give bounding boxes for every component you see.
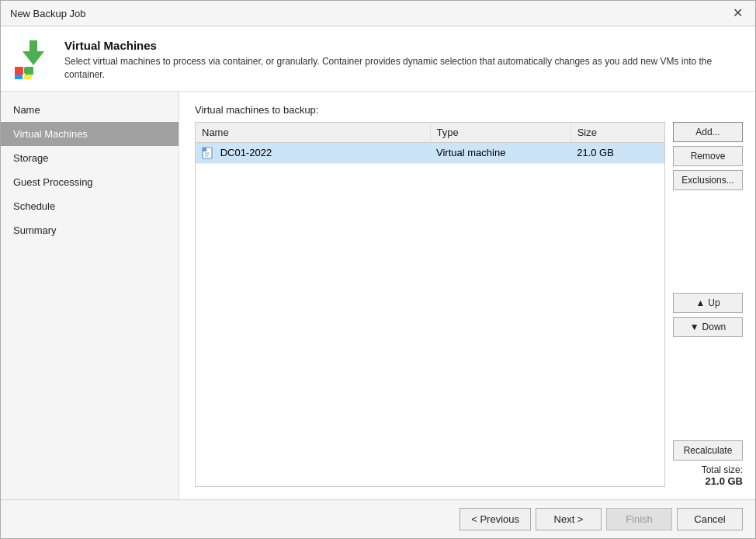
svg-rect-7 <box>15 75 23 79</box>
vm-name-cell: DC01-2022 <box>196 142 430 164</box>
vm-name: DC01-2022 <box>220 147 272 158</box>
col-header-size: Size <box>570 123 664 143</box>
sidebar-item-schedule[interactable]: Schedule <box>1 194 179 218</box>
main-content: Virtual machines to backup: Name Type Si… <box>179 92 755 499</box>
header: Virtual Machines Select virtual machines… <box>1 26 755 92</box>
remove-button[interactable]: Remove <box>673 146 743 166</box>
up-arrow-icon: ▲ <box>695 297 705 308</box>
side-buttons: Add... Remove Exclusions... ▲ Up ▼ Down … <box>673 122 743 487</box>
vm-table-area: Name Type Size <box>195 122 665 487</box>
header-title: Virtual Machines <box>64 39 743 52</box>
col-header-name: Name <box>196 123 430 143</box>
total-size-label: Total size: <box>702 464 743 475</box>
sidebar-item-virtual-machines[interactable]: Virtual Machines <box>1 122 179 146</box>
section-title: Virtual machines to backup: <box>195 104 743 116</box>
sidebar-item-guest-processing[interactable]: Guest Processing <box>1 170 179 194</box>
title-bar: New Backup Job ✕ <box>1 1 755 26</box>
sidebar-item-summary[interactable]: Summary <box>1 218 179 242</box>
add-button[interactable]: Add... <box>673 122 743 142</box>
svg-rect-10 <box>203 148 206 151</box>
down-arrow-icon: ▼ <box>690 322 699 332</box>
svg-rect-5 <box>15 68 23 73</box>
vm-size-cell: 21.0 GB <box>570 142 664 164</box>
down-button[interactable]: ▼ Down <box>673 317 743 337</box>
svg-marker-1 <box>23 51 44 65</box>
col-header-type: Type <box>430 123 570 143</box>
sidebar-item-name[interactable]: Name <box>1 98 179 122</box>
total-size-area: Total size: 21.0 GB <box>673 464 743 487</box>
svg-rect-0 <box>29 40 37 51</box>
svg-rect-6 <box>24 68 32 73</box>
up-button[interactable]: ▲ Up <box>673 293 743 313</box>
dialog-title: New Backup Job <box>10 8 86 19</box>
header-text: Virtual Machines Select virtual machines… <box>64 39 743 82</box>
sidebar: Name Virtual Machines Storage Guest Proc… <box>1 92 179 499</box>
svg-rect-8 <box>24 75 32 79</box>
header-description: Select virtual machines to process via c… <box>64 55 743 82</box>
finish-button: Finish <box>606 508 672 530</box>
previous-button[interactable]: < Previous <box>459 508 531 530</box>
table-row[interactable]: DC01-2022 Virtual machine 21.0 GB <box>196 142 664 164</box>
cancel-button[interactable]: Cancel <box>677 508 743 530</box>
vm-type-cell: Virtual machine <box>430 142 570 164</box>
vm-table: Name Type Size <box>196 123 664 165</box>
sidebar-item-storage[interactable]: Storage <box>1 146 179 170</box>
new-backup-job-dialog: New Backup Job ✕ Virtual Ma <box>0 0 756 539</box>
body-area: Name Virtual Machines Storage Guest Proc… <box>1 92 755 499</box>
total-size-value: 21.0 GB <box>706 475 743 487</box>
close-button[interactable]: ✕ <box>730 7 746 19</box>
exclusions-button[interactable]: Exclusions... <box>673 170 743 190</box>
veeam-icon <box>13 39 54 79</box>
next-button[interactable]: Next > <box>536 508 602 530</box>
recalculate-button[interactable]: Recalculate <box>673 440 743 461</box>
vm-icon <box>202 147 214 159</box>
content-row: Name Type Size <box>195 122 743 487</box>
footer: < Previous Next > Finish Cancel <box>1 499 755 538</box>
